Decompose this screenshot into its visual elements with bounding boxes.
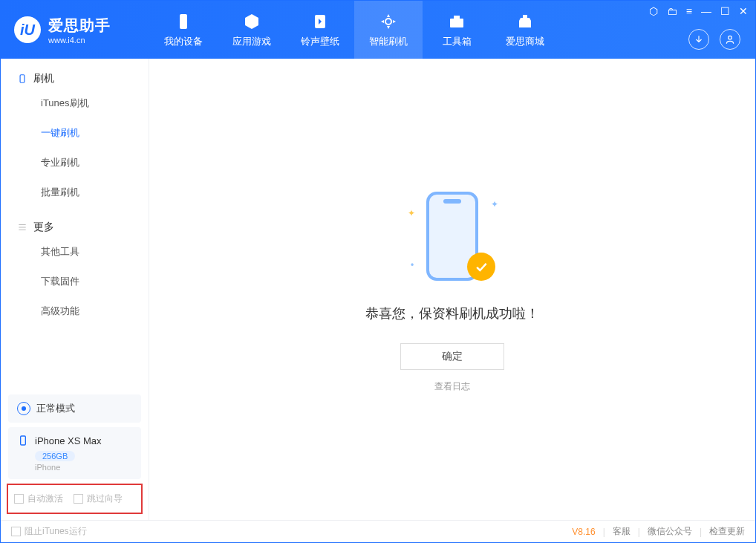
app-header: iU 爱思助手 www.i4.cn 我的设备 应用游戏 铃声壁纸 智能刷机 工具… [1,1,755,59]
tab-toolbox[interactable]: 工具箱 [423,1,491,59]
section-label: 更多 [33,221,54,234]
checkbox-label: 阻止iTunes运行 [25,525,87,538]
separator: | [638,527,640,537]
section-label: 刷机 [33,72,54,85]
list-icon [17,222,27,233]
maximize-button[interactable]: ☐ [720,5,730,17]
svg-rect-8 [21,436,26,445]
refresh-icon [378,11,399,32]
checkbox-label: 跳过向导 [87,492,123,505]
user-button[interactable] [720,29,740,50]
device-type: iPhone [35,463,132,472]
tab-smart-flash[interactable]: 智能刷机 [354,1,423,59]
separator: | [603,527,605,537]
footer-link-service[interactable]: 客服 [613,525,630,538]
app-title: 爱思助手 [48,16,111,36]
tab-label: 爱思商城 [506,35,544,48]
sparkle-icon: ✦ [408,208,415,218]
store-icon [515,11,535,32]
sidebar-item-pro-flash[interactable]: 专业刷机 [1,148,149,178]
sidebar-item-oneclick-flash[interactable]: 一键刷机 [1,118,149,148]
device-storage-badge: 256GB [35,451,75,461]
svg-point-6 [729,36,732,39]
sidebar-item-advanced[interactable]: 高级功能 [1,296,149,326]
logo-icon: iU [14,16,41,43]
checkmark-badge-icon [467,253,495,281]
checkbox-skip-guide[interactable]: 跳过向导 [74,492,123,505]
sidebar-item-itunes-flash[interactable]: iTunes刷机 [1,88,149,118]
sparkle-icon: • [411,260,414,270]
tab-apps-games[interactable]: 应用游戏 [218,1,286,59]
view-log-link[interactable]: 查看日志 [434,380,470,393]
mode-card[interactable]: 正常模式 [8,394,141,423]
phone-icon [17,74,27,84]
window-controls: ⬡ 🗀 ≡ — ☐ ✕ [649,5,748,17]
svg-rect-7 [20,75,25,83]
sidebar-section-flash: 刷机 [1,59,149,88]
toolbox-icon [446,11,467,32]
success-message: 恭喜您，保资料刷机成功啦！ [365,305,539,322]
checkbox-label: 自动激活 [27,492,63,505]
svg-rect-0 [180,14,187,29]
device-icon [173,11,194,32]
app-subtitle: www.i4.cn [48,36,111,45]
minimize-button[interactable]: — [701,5,711,17]
tab-my-device[interactable]: 我的设备 [149,1,218,59]
footer-link-wechat[interactable]: 微信公众号 [648,525,692,538]
mode-dot-icon [17,402,30,415]
header-right-icons [688,29,740,50]
tab-label: 我的设备 [164,35,203,48]
checkbox-auto-activate[interactable]: 自动激活 [14,492,63,505]
checkbox-block-itunes[interactable]: 阻止iTunes运行 [11,525,87,538]
music-icon [310,11,330,32]
tab-store[interactable]: 爱思商城 [491,1,559,59]
tab-label: 工具箱 [443,35,472,48]
footer-link-update[interactable]: 检查更新 [709,525,745,538]
sidebar-item-batch-flash[interactable]: 批量刷机 [1,178,149,207]
logo-area: iU 爱思助手 www.i4.cn [1,1,149,59]
sidebar: 刷机 iTunes刷机 一键刷机 专业刷机 批量刷机 更多 其他工具 下载固件 … [1,59,149,520]
device-card[interactable]: iPhone XS Max 256GB iPhone [8,427,141,479]
tab-label: 应用游戏 [232,35,271,48]
checkbox-icon [11,527,21,536]
svg-rect-5 [523,15,527,18]
menu-icon[interactable]: ≡ [686,5,692,17]
close-button[interactable]: ✕ [739,5,748,17]
tab-ringtones[interactable]: 铃声壁纸 [286,1,354,59]
lock-icon[interactable]: 🗀 [667,5,677,17]
tab-label: 智能刷机 [369,35,408,48]
shirt-icon[interactable]: ⬡ [649,5,658,17]
success-illustration: ✦ ✦ • [400,186,504,290]
download-button[interactable] [688,29,709,50]
mode-label: 正常模式 [36,402,75,415]
phone-small-icon [17,435,29,446]
sparkle-icon: ✦ [491,199,498,209]
sidebar-item-download-firmware[interactable]: 下载固件 [1,267,149,296]
svg-rect-3 [450,19,463,27]
checkbox-icon [14,494,24,504]
footer: 阻止iTunes运行 V8.16 | 客服 | 微信公众号 | 检查更新 [1,520,755,542]
sidebar-section-more: 更多 [1,207,149,237]
separator: | [700,527,702,537]
main-content: ✦ ✦ • 恭喜您，保资料刷机成功啦！ 确定 查看日志 [149,59,755,520]
device-name: iPhone XS Max [35,435,102,446]
version-label: V8.16 [572,527,595,537]
cube-icon [241,11,262,32]
ok-button[interactable]: 确定 [400,343,504,370]
checkbox-icon [74,494,83,504]
highlighted-options: 自动激活 跳过向导 [7,484,143,514]
sidebar-item-other-tools[interactable]: 其他工具 [1,237,149,267]
svg-point-2 [385,19,391,25]
svg-rect-4 [454,16,460,19]
tab-label: 铃声壁纸 [301,35,339,48]
